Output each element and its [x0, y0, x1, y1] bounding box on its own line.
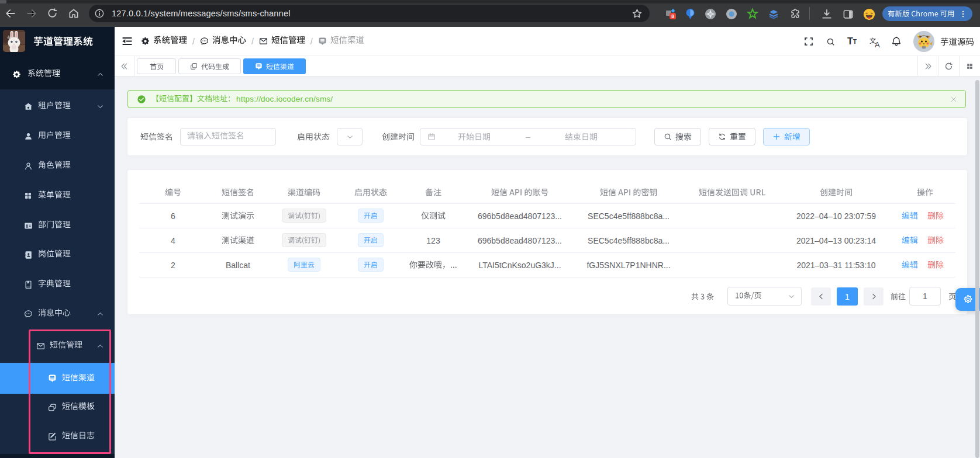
svg-text:8: 8 [671, 13, 674, 19]
